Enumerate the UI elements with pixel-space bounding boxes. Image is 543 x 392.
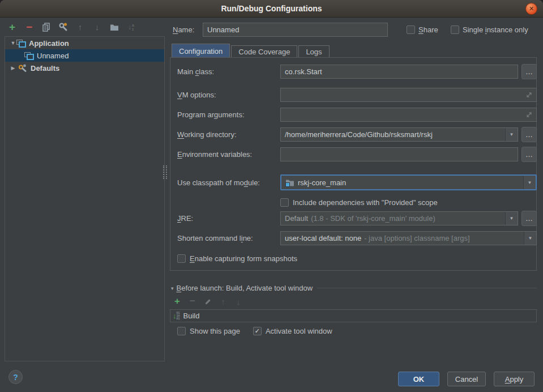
move-task-up-button[interactable]: ↑ bbox=[219, 297, 227, 306]
expand-field-icon[interactable] bbox=[526, 92, 532, 98]
configurations-toolbar: + − ↑ ↓ ↓ az bbox=[7, 22, 136, 32]
browse-icon: … bbox=[525, 215, 533, 222]
edit-defaults-button[interactable] bbox=[58, 22, 69, 32]
single-instance-label[interactable]: Single instance only bbox=[463, 25, 528, 34]
main-class-browse-button[interactable]: … bbox=[521, 64, 537, 79]
include-provided-label[interactable]: Include dependencies with "Provided" sco… bbox=[293, 198, 438, 207]
capture-snapshots-label[interactable]: Enable capturing form snapshots bbox=[190, 254, 297, 263]
show-this-page-checkbox[interactable] bbox=[177, 327, 186, 335]
build-icon: ↓ 011001 bbox=[173, 312, 180, 320]
working-directory-combobox[interactable]: /home/meriherrera/Code/Github/rsksmart/r… bbox=[280, 127, 518, 142]
expand-field-icon[interactable] bbox=[526, 112, 532, 118]
expanded-twisty-icon[interactable]: ▼ bbox=[10, 40, 16, 46]
move-task-down-button[interactable]: ↓ bbox=[234, 297, 242, 306]
help-button[interactable]: ? bbox=[8, 370, 23, 384]
main-class-label: Main class: bbox=[170, 67, 280, 76]
dropdown-arrow-icon[interactable]: ▼ bbox=[505, 212, 518, 225]
classpath-module-combobox[interactable]: rskj-core_main ▼ bbox=[280, 174, 537, 190]
create-folder-button[interactable] bbox=[109, 22, 119, 32]
arrow-down-icon: ↓ bbox=[95, 22, 100, 32]
browse-icon: … bbox=[525, 151, 533, 158]
vm-options-label: VM options: bbox=[170, 91, 280, 99]
name-input[interactable]: Unnamed bbox=[203, 23, 388, 37]
classpath-module-label: Use classpath of module: bbox=[170, 178, 280, 187]
check-icon: ✓ bbox=[255, 327, 260, 335]
browse-icon: … bbox=[525, 68, 533, 75]
vm-options-input[interactable] bbox=[280, 88, 537, 102]
name-value: Unnamed bbox=[207, 25, 239, 34]
jre-browse-button[interactable]: … bbox=[521, 211, 537, 226]
program-arguments-input[interactable] bbox=[280, 108, 537, 122]
single-instance-checkbox[interactable] bbox=[451, 25, 459, 34]
pencil-icon bbox=[204, 298, 212, 305]
plus-icon: + bbox=[9, 21, 15, 33]
apply-button[interactable]: Apply bbox=[494, 372, 535, 386]
before-launch-options: Show this page ✓ Activate tool window bbox=[177, 327, 332, 335]
before-launch-section-header[interactable]: ▾ Before launch: Build, Activate tool wi… bbox=[171, 284, 537, 292]
activate-tool-window-checkbox[interactable]: ✓ bbox=[253, 327, 262, 335]
dropdown-arrow-icon[interactable]: ▼ bbox=[505, 128, 518, 141]
title-bar: Run/Debug Configurations ✕ bbox=[0, 0, 543, 18]
tab-code-coverage[interactable]: Code Coverage bbox=[231, 45, 297, 58]
tab-configuration[interactable]: Configuration bbox=[172, 44, 230, 58]
arrow-up-icon: ↑ bbox=[78, 22, 83, 32]
ok-button[interactable]: OK bbox=[398, 372, 439, 386]
add-configuration-button[interactable]: + bbox=[7, 22, 18, 32]
include-provided-row: Include dependencies with "Provided" sco… bbox=[170, 195, 537, 210]
before-launch-task-build[interactable]: ↓ 011001 Build bbox=[170, 309, 537, 322]
main-class-input[interactable]: co.rsk.Start bbox=[280, 65, 518, 79]
shorten-command-line-label: Shorten command line: bbox=[170, 234, 280, 242]
section-collapse-icon[interactable]: ▾ bbox=[171, 286, 174, 291]
tree-item-application[interactable]: ▼ Application bbox=[5, 37, 164, 49]
share-checkbox[interactable] bbox=[407, 25, 415, 34]
dropdown-arrow-icon[interactable]: ▼ bbox=[523, 176, 536, 189]
copy-configuration-button[interactable] bbox=[41, 22, 52, 32]
working-directory-row: Working directory: /home/meriherrera/Cod… bbox=[170, 127, 537, 142]
browse-icon: … bbox=[525, 131, 533, 138]
environment-variables-input[interactable] bbox=[280, 147, 518, 161]
cancel-button[interactable]: Cancel bbox=[447, 372, 486, 386]
activate-tool-window-label[interactable]: Activate tool window bbox=[266, 327, 332, 335]
defaults-wrench-icon bbox=[18, 63, 27, 73]
edit-task-button[interactable] bbox=[204, 297, 212, 306]
sort-configurations-button[interactable]: ↓ az bbox=[126, 22, 136, 32]
tab-logs[interactable]: Logs bbox=[298, 45, 329, 58]
help-icon: ? bbox=[13, 373, 18, 382]
move-down-button[interactable]: ↓ bbox=[92, 22, 102, 32]
shorten-command-line-row: Shorten command line: user-local default… bbox=[170, 231, 537, 245]
sort-arrow-icon: ↓ bbox=[128, 23, 131, 31]
tree-item-label: Defaults bbox=[31, 64, 59, 73]
splitter-grip[interactable] bbox=[163, 165, 167, 179]
collapsed-twisty-icon[interactable]: ▶ bbox=[10, 65, 16, 71]
tree-item-defaults[interactable]: ▶ Defaults bbox=[5, 62, 164, 74]
folder-icon bbox=[110, 23, 119, 31]
arrow-up-icon: ↑ bbox=[221, 297, 225, 306]
application-config-icon bbox=[24, 52, 33, 60]
settings-tabs: Configuration Code Coverage Logs bbox=[172, 44, 330, 58]
close-icon: ✕ bbox=[529, 6, 534, 12]
jre-label: JRE: bbox=[170, 214, 280, 223]
move-up-button[interactable]: ↑ bbox=[75, 22, 85, 32]
dropdown-arrow-icon[interactable]: ▼ bbox=[524, 232, 536, 245]
remove-configuration-button[interactable]: − bbox=[24, 22, 35, 32]
remove-task-button[interactable]: − bbox=[189, 297, 196, 306]
add-task-button[interactable]: + bbox=[173, 297, 181, 306]
environment-variables-browse-button[interactable]: … bbox=[521, 147, 537, 162]
show-this-page-label[interactable]: Show this page bbox=[190, 327, 240, 335]
program-arguments-row: Program arguments: bbox=[170, 108, 537, 122]
section-divider bbox=[317, 288, 537, 288]
before-launch-toolbar: + − ↑ ↓ bbox=[173, 297, 242, 306]
dialog-title: Run/Debug Configurations bbox=[221, 4, 322, 13]
tree-item-unnamed[interactable]: Unnamed bbox=[5, 49, 164, 62]
copy-icon bbox=[42, 23, 50, 32]
working-directory-browse-button[interactable]: … bbox=[521, 127, 537, 142]
working-directory-label: Working directory: bbox=[170, 130, 280, 139]
capture-snapshots-checkbox[interactable] bbox=[177, 254, 186, 263]
shorten-command-line-combobox[interactable]: user-local default: none - java [options… bbox=[280, 231, 537, 245]
include-provided-checkbox[interactable] bbox=[280, 198, 289, 207]
close-button[interactable]: ✕ bbox=[525, 3, 537, 15]
program-arguments-label: Program arguments: bbox=[170, 110, 280, 119]
share-label[interactable]: Share bbox=[418, 25, 438, 34]
before-launch-title: Before launch: Build, Activate tool wind… bbox=[177, 284, 313, 292]
jre-combobox[interactable]: Default (1.8 - SDK of 'rskj-core_main' m… bbox=[280, 211, 518, 225]
